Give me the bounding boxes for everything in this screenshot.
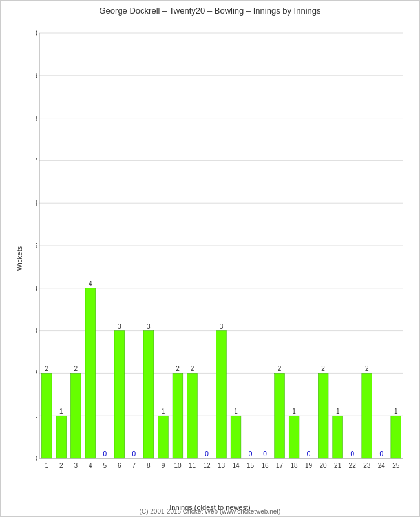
svg-text:23: 23 (363, 462, 371, 469)
svg-text:21: 21 (334, 462, 342, 469)
svg-text:0: 0 (205, 450, 209, 458)
svg-text:9: 9 (36, 72, 37, 79)
svg-text:12: 12 (203, 462, 211, 469)
svg-rect-55 (216, 331, 227, 458)
svg-rect-41 (143, 331, 154, 458)
svg-text:17: 17 (276, 462, 284, 469)
svg-text:2: 2 (321, 365, 325, 372)
chart-svg: 0123456789102112234405360738192102110123… (36, 26, 406, 474)
svg-text:6: 6 (118, 462, 121, 469)
svg-text:19: 19 (305, 462, 313, 469)
svg-text:18: 18 (291, 462, 299, 469)
svg-rect-36 (114, 331, 125, 458)
svg-rect-73 (318, 373, 328, 458)
svg-text:3: 3 (118, 323, 121, 330)
svg-text:15: 15 (247, 462, 255, 469)
svg-text:8: 8 (147, 462, 151, 469)
svg-text:2: 2 (59, 462, 63, 469)
chart-title: George Dockrell – Twenty20 – Bowling – I… (1, 6, 419, 16)
svg-text:1: 1 (394, 408, 398, 415)
svg-rect-58 (231, 416, 241, 458)
svg-text:7: 7 (132, 462, 136, 469)
svg-text:0: 0 (249, 450, 253, 458)
svg-text:2: 2 (191, 365, 194, 372)
svg-text:6: 6 (36, 199, 37, 207)
svg-text:0: 0 (350, 450, 354, 458)
copyright: (C) 2001-2015 Cricket Web (www.cricketwe… (1, 508, 419, 515)
svg-text:11: 11 (189, 462, 196, 469)
svg-rect-76 (333, 416, 343, 458)
svg-text:2: 2 (176, 365, 180, 372)
chart-container: George Dockrell – Twenty20 – Bowling – I… (0, 0, 420, 517)
svg-rect-22 (41, 373, 52, 458)
svg-text:2: 2 (45, 365, 48, 372)
svg-text:0: 0 (36, 454, 37, 462)
svg-text:5: 5 (103, 462, 107, 469)
svg-text:22: 22 (349, 462, 357, 469)
svg-text:2: 2 (365, 365, 369, 372)
svg-text:3: 3 (36, 327, 37, 335)
svg-rect-65 (275, 373, 285, 458)
svg-rect-68 (289, 416, 299, 458)
svg-text:1: 1 (45, 462, 48, 469)
svg-text:2: 2 (278, 365, 282, 372)
chart-area: 0123456789102112234405360738192102110123… (36, 26, 406, 474)
svg-rect-44 (158, 416, 169, 458)
svg-text:1: 1 (162, 408, 165, 415)
svg-text:2: 2 (36, 369, 37, 377)
svg-text:13: 13 (218, 462, 226, 469)
svg-rect-50 (187, 373, 198, 458)
svg-text:24: 24 (378, 462, 386, 469)
svg-text:1: 1 (36, 412, 37, 419)
svg-rect-47 (173, 373, 183, 458)
svg-text:1: 1 (59, 408, 63, 415)
svg-text:14: 14 (232, 462, 240, 469)
svg-text:25: 25 (392, 462, 400, 469)
svg-text:0: 0 (132, 450, 136, 458)
svg-text:0: 0 (379, 450, 383, 458)
svg-text:20: 20 (320, 462, 328, 469)
svg-text:5: 5 (36, 242, 37, 249)
svg-text:3: 3 (220, 323, 224, 330)
svg-text:1: 1 (292, 408, 296, 415)
svg-text:3: 3 (147, 323, 151, 330)
svg-text:4: 4 (89, 462, 92, 469)
svg-text:1: 1 (336, 408, 340, 415)
svg-text:8: 8 (36, 114, 37, 122)
y-axis-label: Wickets (16, 246, 23, 271)
svg-rect-81 (362, 373, 372, 458)
svg-text:0: 0 (263, 450, 267, 458)
svg-text:1: 1 (234, 408, 238, 415)
svg-rect-28 (70, 373, 81, 458)
svg-rect-86 (391, 416, 401, 458)
svg-text:7: 7 (36, 156, 37, 164)
svg-rect-31 (85, 288, 96, 458)
svg-rect-25 (56, 416, 67, 458)
svg-text:0: 0 (307, 450, 311, 458)
svg-text:9: 9 (162, 462, 165, 469)
svg-text:0: 0 (103, 450, 107, 458)
svg-text:2: 2 (74, 365, 78, 372)
svg-text:10: 10 (174, 462, 182, 469)
svg-text:16: 16 (261, 462, 269, 469)
svg-text:3: 3 (74, 462, 78, 469)
svg-text:10: 10 (36, 29, 37, 37)
svg-text:4: 4 (36, 284, 37, 292)
svg-text:4: 4 (89, 280, 92, 288)
